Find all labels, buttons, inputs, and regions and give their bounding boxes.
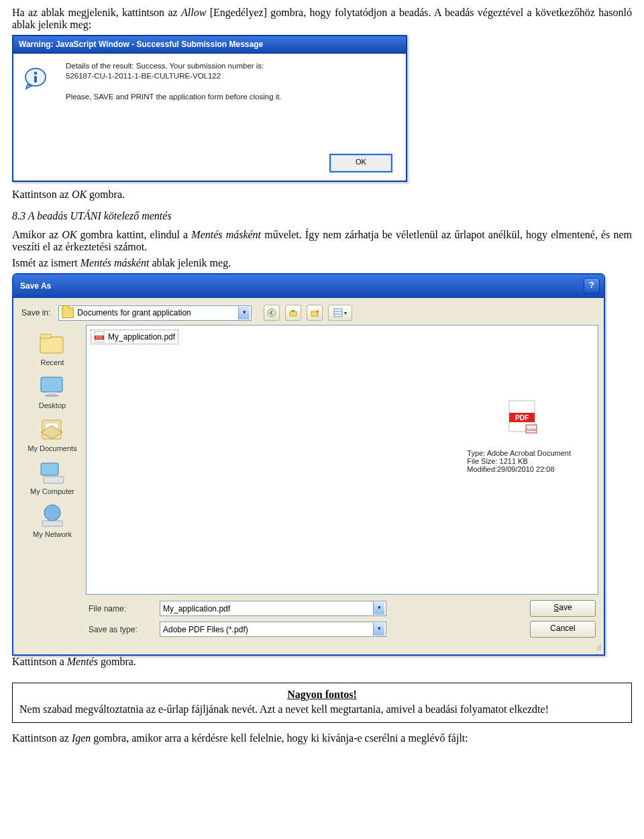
filename-row: File name: My_application.pdf ▾ Save <box>86 595 598 620</box>
warning-dialog: Warning: JavaScript Window - Successful … <box>12 35 407 182</box>
folder-icon <box>62 307 74 318</box>
svg-rect-19 <box>42 521 62 526</box>
filetype-label: Save as type: <box>89 625 153 634</box>
pdf-icon: PDF <box>94 331 105 343</box>
place-my-computer[interactable]: My Computer <box>22 456 83 498</box>
up-one-level-icon[interactable] <box>285 305 301 321</box>
save-as-toolbar: Save in: Documents for grant application… <box>13 298 604 325</box>
warning-text: Details of the result: Success, Your sub… <box>66 62 398 101</box>
warning-title: Warning: JavaScript Window - Successful … <box>13 36 406 54</box>
svg-rect-13 <box>45 395 58 397</box>
views-icon[interactable]: ▾ <box>328 305 352 321</box>
svg-point-3 <box>268 309 276 317</box>
svg-text:PDF: PDF <box>96 336 103 340</box>
nav-icons: ▾ <box>264 305 352 321</box>
click-save-paragraph: Kattintson a Mentés gombra. <box>12 656 632 668</box>
save-as-title: Save As <box>20 281 51 291</box>
back-icon[interactable] <box>264 305 280 321</box>
result-line-1: Details of the result: Success, Your sub… <box>66 62 398 70</box>
click-yes-paragraph: Kattintson az Igen gombra, amikor arra a… <box>12 732 632 744</box>
intro-paragraph: Ha az ablak megjelenik, kattintson az Al… <box>12 7 632 31</box>
file-area: PDF My_application.pdf PDFAdobe Type: Ad… <box>86 325 598 640</box>
ok-button[interactable]: OK <box>329 154 392 172</box>
svg-rect-4 <box>290 311 297 316</box>
svg-point-1 <box>34 72 38 75</box>
file-listing[interactable]: PDF My_application.pdf PDFAdobe Type: Ad… <box>86 325 598 595</box>
chevron-down-icon[interactable]: ▾ <box>373 602 384 615</box>
svg-text:PDF: PDF <box>515 414 529 422</box>
file-tooltip: PDFAdobe Type: Adobe Acrobat Document Fi… <box>467 399 571 473</box>
save-as-dialog: Save As ? Save in: Documents for grant a… <box>12 273 605 656</box>
info-icon <box>23 67 48 90</box>
important-notice: Nagyon fontos! Nem szabad megváltoztatni… <box>12 683 632 723</box>
cancel-button[interactable]: Cancel <box>530 621 596 638</box>
resize-grip[interactable]: ⠿ <box>13 644 604 654</box>
save-as-titlebar: Save As ? <box>13 275 604 298</box>
place-desktop[interactable]: Desktop <box>22 371 83 412</box>
svg-rect-12 <box>48 392 56 395</box>
save-in-combo[interactable]: Documents for grant application ▾ <box>58 305 252 321</box>
save-paragraph: Amikor az OK gombra kattint, elindul a M… <box>12 229 632 253</box>
tooltip-type: Type: Adobe Acrobat Document <box>467 449 571 457</box>
saveas-appears-paragraph: Ismét az ismert Mentés másként ablak jel… <box>12 257 632 269</box>
tooltip-modified: Modified:29/09/2010 22:08 <box>467 465 571 473</box>
submission-number: 526187-CU-1-2011-1-BE-CULTURE-VOL122 <box>66 72 398 80</box>
section-title: 8.3 A beadás UTÁNI kötelező mentés <box>12 210 632 222</box>
selected-file[interactable]: PDF My_application.pdf <box>91 330 178 344</box>
save-in-value: Documents for grant application <box>77 308 191 317</box>
help-button[interactable]: ? <box>584 278 600 294</box>
places-bar: Recent Desktop My Documents My Computer … <box>19 325 86 640</box>
filetype-select[interactable]: Adobe PDF Files (*.pdf) ▾ <box>160 622 386 637</box>
svg-rect-17 <box>44 477 64 483</box>
save-in-label: Save in: <box>21 308 50 317</box>
chevron-down-icon[interactable]: ▾ <box>238 307 250 319</box>
svg-rect-2 <box>34 76 37 83</box>
save-print-instruction: Please, SAVE and PRINT the application f… <box>66 93 398 101</box>
svg-point-18 <box>44 505 60 521</box>
warning-body: Details of the result: Success, Your sub… <box>13 54 406 181</box>
svg-rect-6 <box>334 309 342 317</box>
svg-rect-9 <box>40 337 63 353</box>
place-my-network[interactable]: My Network <box>22 499 83 541</box>
svg-text:Adobe: Adobe <box>527 428 537 432</box>
pdf-large-icon: PDFAdobe <box>507 399 538 434</box>
tooltip-size: File Size: 1211 KB <box>467 457 571 465</box>
svg-rect-10 <box>40 334 51 338</box>
click-ok-paragraph: Kattintson az OK gombra. <box>12 189 632 201</box>
notice-title: Nagyon fontos! <box>19 689 625 701</box>
filename-input[interactable]: My_application.pdf ▾ <box>160 601 386 616</box>
place-my-documents[interactable]: My Documents <box>22 413 83 455</box>
svg-rect-16 <box>41 463 58 475</box>
new-folder-icon[interactable] <box>307 305 323 321</box>
place-recent[interactable]: Recent <box>22 328 83 369</box>
save-as-main: Recent Desktop My Documents My Computer … <box>13 325 604 644</box>
filetype-row: Save as type: Adobe PDF Files (*.pdf) ▾ … <box>86 620 598 640</box>
save-button[interactable]: Save <box>530 600 596 617</box>
svg-rect-11 <box>41 377 62 392</box>
notice-body: Nem szabad megváltoztatnia az e-űrlap fá… <box>19 703 625 715</box>
chevron-down-icon[interactable]: ▾ <box>373 623 384 636</box>
filename-label: File name: <box>89 604 153 613</box>
